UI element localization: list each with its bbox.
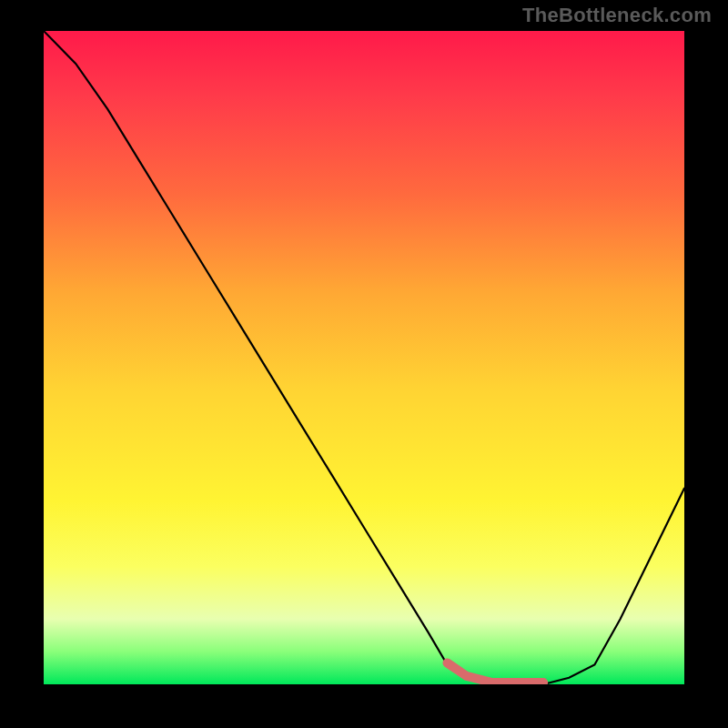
bottleneck-curve <box>44 31 684 684</box>
attribution-label: TheBottleneck.com <box>522 4 712 27</box>
optimal-range-highlight <box>448 663 544 683</box>
plot-area <box>44 31 684 684</box>
curve-overlay <box>44 31 684 684</box>
chart-frame: TheBottleneck.com <box>0 0 728 728</box>
